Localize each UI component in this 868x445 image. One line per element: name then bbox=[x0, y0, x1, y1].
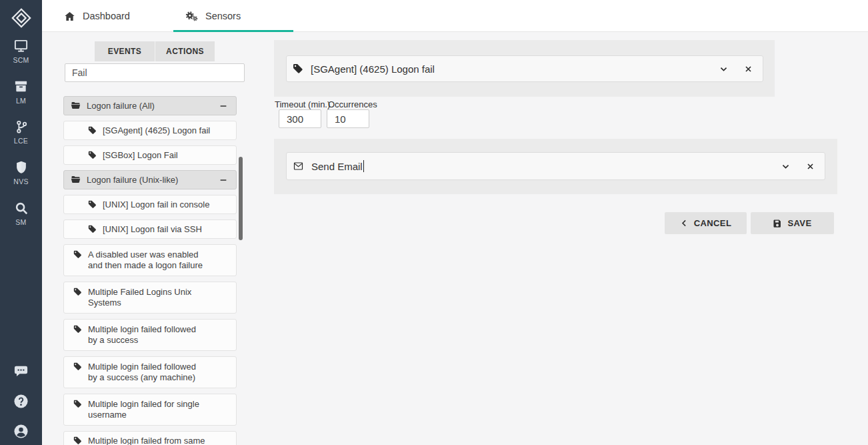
event-item-label: Multiple login failed for single usernam… bbox=[88, 399, 229, 420]
sensor-select[interactable]: [SGAgent] (4625) Logon fail bbox=[286, 55, 763, 82]
shield-icon bbox=[14, 160, 29, 175]
tag-icon bbox=[73, 288, 82, 296]
chat-icon[interactable] bbox=[13, 364, 29, 379]
monitor-icon bbox=[13, 38, 29, 53]
search-icon bbox=[14, 201, 29, 215]
tag-icon bbox=[293, 63, 303, 74]
event-item-label: Logon failure (Unix-like) bbox=[87, 175, 213, 185]
sensor-select-value: [SGAgent] (4625) Logon fail bbox=[311, 63, 710, 75]
account-icon[interactable] bbox=[13, 424, 29, 439]
sidebar-item-label: NVS bbox=[13, 177, 29, 185]
event-list-item[interactable]: [UNIX] Logon fail via SSH bbox=[63, 219, 237, 239]
event-search-input[interactable] bbox=[65, 63, 245, 82]
action-card: Send Email bbox=[274, 139, 837, 194]
event-list: Logon failure (All) [SGAgent] (4625) Log… bbox=[63, 96, 237, 445]
tab-events[interactable]: EVENTS bbox=[95, 41, 155, 61]
event-item-label: Multiple login failed followed by a succ… bbox=[88, 324, 229, 346]
tag-icon bbox=[73, 436, 82, 445]
event-list-item[interactable]: [SGBox] Logon Fail bbox=[63, 145, 237, 165]
save-icon bbox=[773, 219, 782, 228]
event-list-item[interactable]: Multiple login failed from same bbox=[63, 431, 237, 445]
event-item-label: A disabled user was enabled and then mad… bbox=[88, 250, 229, 271]
timeout-label: Timeout (min.) bbox=[275, 99, 330, 109]
sidebar-modules: SCM LM LCE bbox=[0, 38, 42, 242]
tab-label: Dashboard bbox=[83, 11, 130, 21]
tag-icon bbox=[73, 325, 82, 334]
event-item-label: Multiple login failed from same bbox=[88, 436, 229, 445]
event-panel-tabs: EVENTS ACTIONS bbox=[95, 41, 215, 61]
collapse-minus-icon[interactable] bbox=[219, 175, 229, 185]
sidebar-item-sm[interactable]: SM bbox=[0, 201, 42, 233]
app-logo[interactable] bbox=[0, 5, 42, 31]
sidebar-item-label: LCE bbox=[14, 137, 28, 145]
timeout-input[interactable] bbox=[279, 109, 321, 128]
save-button[interactable]: SAVE bbox=[751, 212, 834, 234]
event-item-label: [UNIX] Logon fail via SSH bbox=[103, 224, 229, 235]
tag-icon bbox=[73, 400, 82, 408]
event-list-item[interactable]: Multiple login failed followed by a succ… bbox=[63, 356, 237, 388]
event-list-scrollbar[interactable] bbox=[239, 157, 243, 240]
code-branch-icon bbox=[14, 119, 29, 134]
diamond-logo-icon bbox=[10, 7, 33, 29]
sidebar-item-nvs[interactable]: NVS bbox=[0, 160, 42, 192]
cancel-button[interactable]: CANCEL bbox=[665, 212, 747, 234]
sidebar-item-scm[interactable]: SCM bbox=[0, 38, 42, 70]
chevron-left-icon bbox=[680, 219, 689, 228]
folder-icon bbox=[71, 101, 81, 110]
sidebar-item-lm[interactable]: LM bbox=[0, 79, 42, 111]
action-select[interactable]: Send Email bbox=[286, 152, 825, 180]
tab-actions[interactable]: ACTIONS bbox=[155, 41, 215, 61]
save-button-label: SAVE bbox=[787, 218, 811, 228]
folder-icon bbox=[71, 175, 81, 184]
event-item-label: [UNIX] Logon fail in console bbox=[103, 199, 229, 210]
app-sidebar: SCM LM LCE bbox=[0, 0, 42, 445]
occurrences-input[interactable] bbox=[327, 109, 369, 128]
collapse-minus-icon[interactable] bbox=[219, 101, 229, 111]
sidebar-item-label: LM bbox=[16, 97, 26, 105]
sidebar-item-label: SCM bbox=[13, 56, 29, 64]
top-navbar: Dashboard Sensors bbox=[42, 0, 868, 32]
sidebar-item-lce[interactable]: LCE bbox=[0, 119, 42, 151]
tag-icon bbox=[73, 362, 82, 371]
event-item-label: [SGBox] Logon Fail bbox=[103, 150, 229, 161]
tag-icon bbox=[88, 126, 97, 135]
tab-label: Sensors bbox=[205, 11, 241, 21]
text-caret bbox=[363, 160, 365, 172]
tab-sensors[interactable]: Sensors bbox=[185, 0, 241, 32]
active-tab-indicator bbox=[173, 30, 293, 32]
event-list-item[interactable]: Logon failure (Unix-like) bbox=[63, 170, 237, 189]
close-icon[interactable] bbox=[805, 161, 816, 172]
sidebar-footer bbox=[0, 364, 42, 439]
occurrences-label: Occurrences bbox=[328, 99, 377, 109]
archive-icon bbox=[13, 79, 29, 94]
event-list-item[interactable]: Logon failure (All) bbox=[63, 96, 237, 115]
event-list-item[interactable]: Multiple login failed followed by a succ… bbox=[63, 319, 237, 351]
event-list-item[interactable]: [UNIX] Logon fail in console bbox=[63, 195, 237, 214]
tag-icon bbox=[88, 200, 97, 209]
tab-dashboard[interactable]: Dashboard bbox=[64, 0, 130, 32]
home-icon bbox=[64, 11, 75, 22]
action-label-text: Send Email bbox=[311, 161, 363, 172]
event-list-item[interactable]: A disabled user was enabled and then mad… bbox=[63, 244, 237, 276]
sidebar-item-label: SM bbox=[15, 218, 26, 226]
help-icon[interactable] bbox=[13, 394, 29, 409]
cancel-button-label: CANCEL bbox=[694, 218, 732, 228]
event-item-label: Multiple login failed followed by a succ… bbox=[88, 362, 229, 383]
tag-icon bbox=[73, 250, 82, 259]
chevron-down-icon[interactable] bbox=[779, 160, 792, 173]
envelope-icon bbox=[293, 161, 304, 171]
chevron-down-icon[interactable] bbox=[717, 63, 730, 75]
event-item-label: [SGAgent] (4625) Logon fail bbox=[103, 125, 229, 136]
gears-icon bbox=[185, 10, 198, 22]
event-list-item[interactable]: [SGAgent] (4625) Logon fail bbox=[63, 121, 237, 140]
tag-icon bbox=[88, 151, 97, 159]
tag-icon bbox=[88, 225, 97, 234]
event-list-item[interactable]: Multiple login failed for single usernam… bbox=[63, 394, 237, 426]
event-list-item[interactable]: Multiple Failed Logins Unix Systems bbox=[63, 282, 237, 314]
action-select-value: Send Email bbox=[311, 160, 772, 172]
close-icon[interactable] bbox=[743, 63, 754, 75]
sensor-card: [SGAgent] (4625) Logon fail bbox=[274, 40, 775, 97]
event-item-label: Multiple Failed Logins Unix Systems bbox=[88, 287, 229, 308]
event-item-label: Logon failure (All) bbox=[87, 101, 213, 111]
